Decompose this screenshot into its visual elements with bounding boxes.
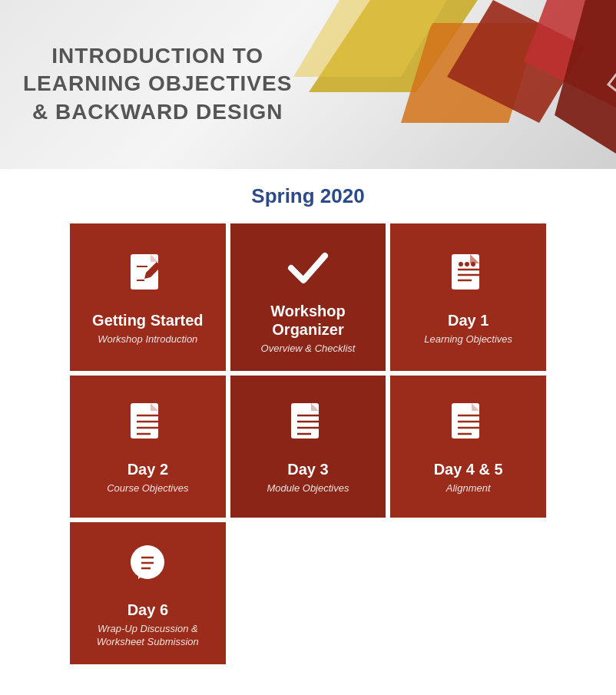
header-decoration [217, 0, 616, 169]
edit-doc-icon [123, 251, 172, 300]
season-title: Spring 2020 [251, 184, 364, 208]
chat-icon [123, 541, 172, 590]
card-workshop-organizer[interactable]: Workshop Organizer Overview & Checklist [230, 223, 386, 371]
document-icon-day1 [444, 251, 493, 300]
card-day6[interactable]: Day 6 Wrap-Up Discussion & Worksheet Sub… [70, 522, 226, 664]
document-icon-day2 [123, 400, 172, 449]
document-icon-day3 [283, 400, 333, 449]
card-day6-title: Day 6 [128, 601, 168, 619]
card-day3-subtitle: Module Objectives [267, 482, 349, 495]
card-day2[interactable]: Day 2 Course Objectives [70, 376, 226, 518]
header: INTRODUCTION TO LEARNING OBJECTIVES & BA… [0, 0, 616, 169]
card-day45-subtitle: Alignment [446, 482, 491, 495]
card-getting-started[interactable]: Getting Started Workshop Introduction [70, 223, 226, 371]
svg-point-14 [459, 262, 463, 266]
svg-point-15 [465, 262, 469, 266]
card-getting-started-title: Getting Started [92, 311, 203, 329]
checkmark-icon [283, 242, 333, 291]
card-day45-title: Day 4 & 5 [434, 460, 503, 478]
card-day2-subtitle: Course Objectives [107, 482, 188, 495]
card-day1-title: Day 1 [448, 311, 488, 329]
document-icon-day45 [444, 400, 493, 449]
card-day3-title: Day 3 [287, 460, 328, 478]
main-content: Spring 2020 Getting Started Workshop Int… [0, 169, 616, 695]
card-workshop-title: Workshop Organizer [240, 302, 377, 339]
card-day1-subtitle: Learning Objectives [424, 333, 512, 346]
svg-point-16 [471, 262, 475, 266]
card-day45[interactable]: Day 4 & 5 Alignment [390, 376, 546, 518]
card-day2-title: Day 2 [128, 460, 168, 478]
card-day3[interactable]: Day 3 Module Objectives [230, 376, 386, 518]
card-day6-subtitle: Wrap-Up Discussion & Worksheet Submissio… [79, 623, 217, 649]
card-day1[interactable]: Day 1 Learning Objectives [390, 223, 546, 371]
card-getting-started-subtitle: Workshop Introduction [98, 333, 197, 346]
card-workshop-subtitle: Overview & Checklist [261, 343, 356, 356]
card-grid: Getting Started Workshop Introduction Wo… [70, 223, 546, 664]
